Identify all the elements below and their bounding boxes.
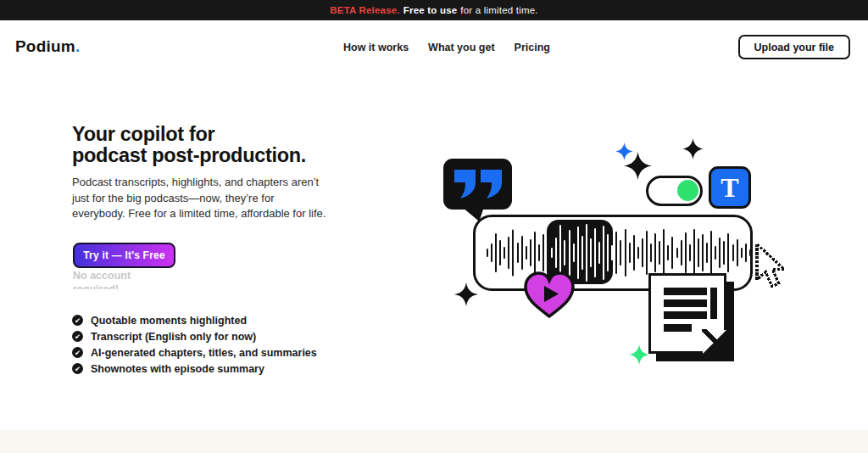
announcement-bar: BETA Release. Free to use for a limited …	[0, 0, 868, 20]
logo-dot: .	[75, 37, 80, 55]
page-title: Your copilot for podcast post-production…	[72, 124, 306, 166]
document-icon	[648, 273, 726, 354]
document-line	[664, 299, 707, 307]
logo[interactable]: Podium.	[15, 37, 80, 56]
quote-bubble-icon	[443, 159, 512, 210]
list-item: ✔ AI-generated chapters, titles, and sum…	[72, 347, 317, 358]
check-circle-icon: ✔	[72, 331, 83, 342]
upload-file-button[interactable]: Upload your file	[738, 35, 850, 59]
header: Podium. How it works What you get Pricin…	[0, 20, 868, 75]
nav-pricing[interactable]: Pricing	[515, 42, 550, 53]
nav-what-you-get[interactable]: What you get	[428, 42, 494, 53]
toggle-knob	[677, 180, 698, 201]
document-line	[664, 288, 707, 295]
nav-how-it-works[interactable]: How it works	[343, 42, 409, 53]
quote-glyph	[453, 169, 476, 199]
hero-illustration: T	[424, 127, 831, 382]
list-item: ✔ Transcript (English only for now)	[72, 331, 317, 342]
document-fold-edge	[702, 329, 727, 355]
sparkle-black-large-icon	[624, 152, 652, 180]
main-nav: How it works What you get Pricing	[343, 42, 550, 53]
try-it-free-button[interactable]: Try it — It’s Free	[73, 243, 175, 268]
announcement-bold-text: Free to use	[403, 5, 458, 15]
list-item: ✔ Quotable moments highlighted	[72, 315, 317, 326]
heart-play-icon	[522, 270, 576, 321]
list-item: ✔ Shownotes with episode summary	[72, 363, 317, 374]
hero-subtitle: Podcast transcripts, highlights, and cha…	[72, 175, 329, 222]
check-circle-icon: ✔	[72, 363, 83, 374]
check-circle-icon: ✔	[72, 315, 83, 326]
quote-glyph	[480, 169, 503, 199]
document-line	[664, 311, 707, 319]
toggle-switch-icon	[646, 176, 703, 206]
next-section-edge	[0, 430, 868, 453]
sparkle-green-icon	[629, 344, 649, 365]
check-circle-icon: ✔	[72, 347, 83, 358]
beta-badge-text: BETA Release.	[330, 5, 400, 15]
sparkle-black-small-icon	[682, 138, 704, 159]
feature-checklist: ✔ Quotable moments highlighted ✔ Transcr…	[72, 315, 317, 374]
no-account-note: No account required!	[73, 269, 158, 289]
document-line-vertical	[710, 288, 717, 319]
sparkle-black-bottom-icon	[454, 282, 478, 306]
cursor-arrow-icon	[753, 243, 788, 292]
announcement-rest-text: for a limited time.	[460, 5, 537, 15]
text-tool-icon: T	[709, 166, 751, 209]
document-line-short	[664, 324, 692, 332]
